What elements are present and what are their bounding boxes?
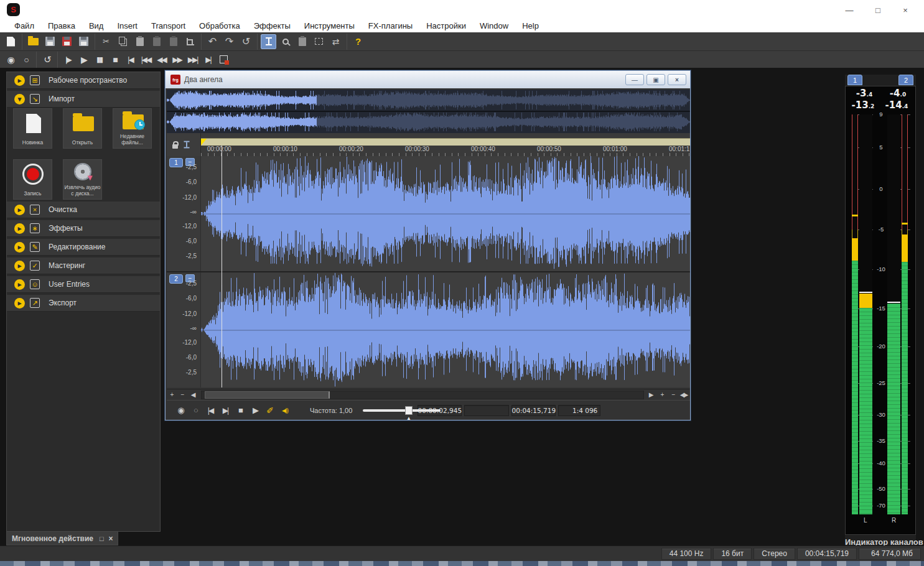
sidebar-section-export[interactable]: ▸ ↗ Экспорт: [7, 295, 160, 312]
playback-cursor[interactable]: [222, 146, 222, 387]
doc-record-standby-button[interactable]: ○: [188, 404, 203, 417]
doc-stop-button[interactable]: ■: [233, 404, 248, 417]
scroll-left-button[interactable]: ◀: [188, 391, 198, 399]
save-as-button[interactable]: [59, 34, 75, 49]
open-button[interactable]: [26, 34, 41, 49]
sidebar-section-effects[interactable]: ▸ ∗ Эффекты: [7, 220, 160, 237]
undo-button[interactable]: ↶: [205, 34, 220, 49]
menu-edit[interactable]: Правка: [41, 21, 82, 30]
event-tool-button[interactable]: [216, 53, 231, 67]
time-ruler[interactable]: 00:00:00 00:00:10 00:00:20 00:00:30 00:0…: [201, 146, 690, 156]
loop-region-bar[interactable]: [201, 138, 690, 146]
loop-playback-button[interactable]: ↺: [39, 53, 55, 67]
sidebar-section-editing[interactable]: ▸ ✎ Редактирование: [7, 239, 160, 256]
save-button[interactable]: [42, 34, 58, 49]
play-button[interactable]: ▶: [76, 53, 91, 67]
doc-play-button[interactable]: ▶: [248, 404, 263, 417]
zoom-in-time-button[interactable]: +: [167, 391, 177, 399]
zoom-out-button[interactable]: −: [668, 391, 679, 399]
tab-close-icon[interactable]: ×: [109, 534, 113, 543]
tab-restore-icon[interactable]: □: [100, 535, 104, 542]
edit-tool-mini-icon[interactable]: [184, 141, 190, 149]
menu-fx-plugins[interactable]: FX-плагины: [362, 21, 419, 30]
document-titlebar[interactable]: frg Два ангела — ▣ ×: [166, 71, 690, 88]
forward-button[interactable]: ▶▶: [169, 53, 185, 67]
edit-tool-button[interactable]: [261, 34, 276, 49]
selection-tool-button[interactable]: [311, 34, 327, 49]
paste-special-button[interactable]: [149, 34, 164, 49]
pencil-tool-button[interactable]: [294, 34, 310, 49]
sidebar-section-workspace[interactable]: ▸ ⊞ Рабочее пространство: [7, 72, 160, 89]
rewind-button[interactable]: ◀◀: [154, 53, 169, 67]
save-all-button[interactable]: [76, 34, 91, 49]
tile-extract-audio[interactable]: Извлечь аудио с диска...: [63, 159, 102, 200]
stop-button[interactable]: ■: [107, 53, 123, 67]
redo-button[interactable]: ↷: [222, 34, 237, 49]
expand-arrow-icon[interactable]: ▸: [14, 75, 25, 86]
meter-tab-1[interactable]: 1: [847, 75, 862, 85]
magnify-tool-button[interactable]: [278, 34, 293, 49]
go-to-start-button[interactable]: |◀: [123, 53, 138, 67]
channel-1-waveform[interactable]: [201, 156, 690, 271]
zoom-ratio-display[interactable]: 1:4 096: [558, 405, 600, 416]
tile-open[interactable]: Открыть: [63, 108, 102, 149]
doc-minimize-button[interactable]: —: [625, 74, 644, 85]
meter-bar-left-level[interactable]: [859, 114, 872, 514]
collapse-arrow-icon[interactable]: ▾: [14, 94, 25, 104]
doc-restore-button[interactable]: ▣: [646, 74, 665, 85]
scrollbar-thumb[interactable]: [205, 391, 330, 399]
meter-tab-2[interactable]: 2: [898, 75, 913, 85]
zoom-fit-button[interactable]: ◀▶: [678, 391, 689, 399]
sidebar-section-cleanup[interactable]: ▸ × Очистка: [7, 202, 160, 218]
channel-2-badge[interactable]: 2: [169, 274, 183, 284]
menu-help[interactable]: Help: [515, 21, 546, 30]
forward-to-end-button[interactable]: ▶▶|: [185, 53, 200, 67]
overview-waveform[interactable]: [167, 90, 690, 133]
doc-go-to-start-button[interactable]: |◀: [203, 404, 218, 417]
menu-effects[interactable]: Эффекты: [247, 21, 297, 30]
scrollbar-track[interactable]: [201, 391, 644, 399]
cut-button[interactable]: ✂: [98, 34, 114, 49]
channel-1-badge[interactable]: 1: [169, 158, 183, 167]
meter-bar-right-level[interactable]: [887, 114, 900, 514]
length-time-display[interactable]: 00:04:15,719: [511, 405, 556, 416]
expand-arrow-icon[interactable]: ▸: [14, 298, 25, 309]
marker-pen-icon[interactable]: ✐: [263, 404, 278, 417]
go-to-end-button[interactable]: ▶|: [200, 53, 216, 67]
new-file-button[interactable]: [3, 34, 19, 49]
tile-new-file[interactable]: Новинка: [13, 108, 52, 149]
doc-close-button[interactable]: ×: [668, 74, 686, 85]
expand-arrow-icon[interactable]: ▸: [14, 223, 25, 234]
expand-arrow-icon[interactable]: ▸: [14, 205, 25, 215]
frequency-slider-handle[interactable]: [405, 406, 413, 415]
menu-tools[interactable]: Инструменты: [297, 21, 362, 30]
expand-arrow-icon[interactable]: ▸: [14, 242, 25, 253]
paste-mix-button[interactable]: [166, 34, 181, 49]
menu-options[interactable]: Настройки: [419, 21, 473, 30]
record-button[interactable]: ◉: [2, 53, 18, 67]
menu-process[interactable]: Обработка: [192, 21, 247, 30]
doc-go-to-end-button[interactable]: ▶|: [218, 404, 233, 417]
selection-time-display[interactable]: [464, 405, 509, 416]
zoom-in-button[interactable]: +: [657, 391, 668, 399]
channel-2-waveform[interactable]: [201, 272, 690, 387]
tile-recent-files[interactable]: Недавние файлы...: [113, 108, 152, 149]
expand-arrow-icon[interactable]: ▸: [14, 261, 25, 271]
status-samplerate[interactable]: 44 100 Hz: [661, 548, 712, 560]
menu-insert[interactable]: Insert: [110, 21, 144, 30]
sidebar-section-import[interactable]: ▾ ↘ Импорт: [7, 91, 160, 108]
status-free-space[interactable]: 64 774,0 Мб: [859, 548, 921, 560]
minimize-button[interactable]: —: [840, 4, 859, 16]
speaker-icon[interactable]: ◀)): [278, 404, 292, 417]
tile-record[interactable]: Запись: [13, 159, 52, 200]
menu-view[interactable]: Вид: [82, 21, 111, 30]
status-length[interactable]: 00:04:15,719: [797, 548, 857, 560]
menu-file[interactable]: Файл: [7, 21, 41, 30]
status-channels[interactable]: Стерео: [754, 548, 795, 560]
zoom-out-time-button[interactable]: −: [177, 391, 188, 399]
trim-button[interactable]: [182, 34, 198, 49]
maximize-button[interactable]: □: [869, 4, 887, 16]
crossfade-tool-button[interactable]: ⇄: [328, 34, 343, 49]
whats-this-help-button[interactable]: ?: [350, 34, 366, 49]
meter-bar-left-peak[interactable]: [852, 114, 858, 514]
